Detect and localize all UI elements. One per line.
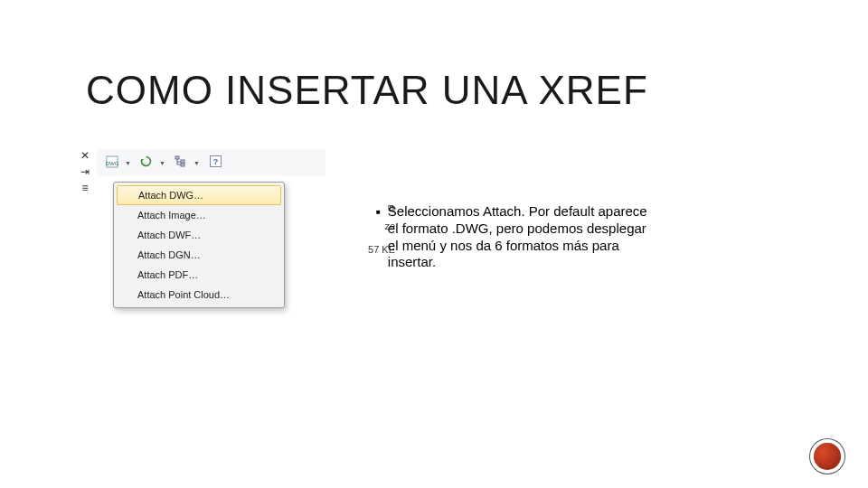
expand-icon[interactable]: ⇥ bbox=[80, 165, 90, 178]
menu-item-label: Attach DWF… bbox=[137, 230, 201, 240]
tree-icon bbox=[175, 155, 186, 170]
refresh-icon bbox=[140, 155, 152, 170]
menu-item-label: Attach Image… bbox=[137, 210, 206, 221]
svg-rect-2 bbox=[175, 156, 179, 159]
menu-item-attach-dwf[interactable]: Attach DWF… bbox=[116, 225, 282, 245]
tree-dropdown-button[interactable]: ▼ bbox=[171, 153, 203, 173]
menu-item-attach-pdf[interactable]: Attach PDF… bbox=[116, 265, 282, 285]
chevron-down-icon: ▼ bbox=[159, 160, 165, 166]
attach-dropdown-menu: Attach DWG… Attach Image… Attach DWF… At… bbox=[113, 182, 285, 308]
menu-item-label: Attach DWG… bbox=[138, 190, 203, 201]
svg-text:?: ? bbox=[212, 157, 218, 166]
chevron-down-icon: ▼ bbox=[125, 160, 131, 166]
menu-item-attach-dwg[interactable]: Attach DWG… bbox=[117, 185, 281, 205]
svg-rect-3 bbox=[181, 160, 184, 163]
menu-item-label: Attach DGN… bbox=[137, 249, 201, 260]
bullet-icon: ■ bbox=[376, 208, 381, 271]
help-icon: ? bbox=[210, 155, 222, 170]
xref-toolbar: DWG ▼ ▼ ▼ ? bbox=[97, 149, 326, 176]
slide-description: ■ Seleccionamos Attach. Por default apar… bbox=[376, 203, 647, 271]
panel-left-controls: ✕ ⇥ ≡ bbox=[77, 149, 93, 194]
menu-item-attach-dgn[interactable]: Attach DGN… bbox=[116, 245, 282, 265]
xref-panel-screenshot: ✕ ⇥ ≡ DWG ▼ ▼ ▼ ? ⧉ ze bbox=[77, 149, 326, 334]
refresh-dropdown-button[interactable]: ▼ bbox=[137, 153, 169, 173]
attach-dwg-icon: DWG bbox=[106, 155, 118, 171]
slide-badge-icon bbox=[814, 443, 841, 470]
menu-item-label: Attach PDF… bbox=[137, 269, 198, 280]
menu-item-label: Attach Point Cloud… bbox=[137, 289, 230, 300]
chevron-down-icon: ▼ bbox=[193, 160, 200, 166]
svg-rect-4 bbox=[181, 164, 184, 166]
slide-title: COMO INSERTAR UNA XREF bbox=[86, 68, 648, 113]
close-icon[interactable]: ✕ bbox=[80, 149, 90, 162]
svg-text:DWG: DWG bbox=[106, 161, 118, 166]
menu-item-attach-point-cloud[interactable]: Attach Point Cloud… bbox=[116, 285, 282, 305]
list-icon[interactable]: ≡ bbox=[81, 182, 88, 194]
description-text: Seleccionamos Attach. Por default aparec… bbox=[388, 203, 647, 271]
help-button[interactable]: ? bbox=[205, 153, 225, 173]
menu-item-attach-image[interactable]: Attach Image… bbox=[116, 205, 282, 225]
attach-dropdown-button[interactable]: DWG ▼ bbox=[102, 153, 135, 173]
